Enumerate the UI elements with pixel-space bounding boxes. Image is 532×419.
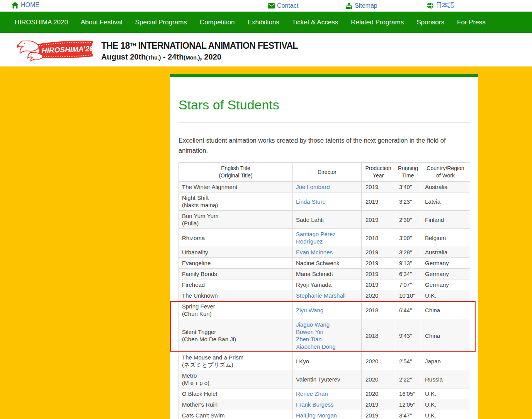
sitemap-link[interactable]: Sitemap (346, 2, 427, 10)
work-title-cell: Spring Fever(Chun Kun) (179, 301, 293, 319)
language-link[interactable]: 日本語 (427, 2, 454, 10)
running-time: 2'22" (395, 370, 421, 388)
work-title: Spring Fever (182, 303, 289, 310)
work-original-title: (Chen Mo De Ban Ji) (182, 336, 289, 343)
table-row: The Mouse and a Prism(ネズミとプリズム)I Kyo2020… (179, 352, 470, 370)
work-title-cell: Firehead (179, 279, 293, 290)
table-row: O Black Hole!Renee Zhan202016'05"U.K. (179, 388, 470, 399)
nav-item-competition[interactable]: Competition (200, 19, 235, 26)
work-title-cell: Rhizoma (179, 229, 293, 247)
running-time: 7'07" (395, 279, 421, 290)
table-row: UrbanalityEvan McInnes20193'28"Australia (179, 247, 470, 258)
globe-icon (427, 2, 433, 9)
work-title: The Mouse and a Prism (182, 354, 289, 361)
work-title: Metro (182, 372, 289, 379)
work-title: Night Shift (182, 194, 289, 201)
contact-link[interactable]: Contact (268, 2, 346, 10)
running-time: 3'23" (395, 192, 421, 211)
work-title-cell: Bun Yum Yum(Pulla) (179, 211, 293, 229)
production-year: 2020 (362, 352, 395, 370)
director-cell: Valentin Tyuterev (293, 370, 362, 388)
director-link[interactable]: Zhen Tian (296, 336, 358, 343)
table-row: Bun Yum Yum(Pulla)Sade Lahti20192'30"Fin… (179, 211, 470, 229)
director-name: Valentin Tyuterev (296, 376, 358, 383)
director-link[interactable]: Renee Zhan (296, 390, 358, 397)
production-year: 2020 (362, 370, 395, 388)
home-link[interactable]: HOME (12, 2, 39, 9)
director-link[interactable]: HaiLing Morgan (296, 412, 358, 419)
production-year: 2019 (362, 247, 395, 258)
director-cell: HaiLing Morgan (293, 410, 362, 419)
column-header: Director (293, 163, 362, 182)
page-description: Excellent student animation works create… (178, 135, 461, 155)
content-card: Stars of Students Excellent student anim… (170, 74, 478, 419)
director-link[interactable]: Frank Burgess (296, 401, 358, 408)
director-cell: Evan McInnes (293, 247, 362, 258)
country: China (421, 301, 470, 319)
work-title-cell: The Winter Alignment (179, 182, 293, 192)
production-year: 2019 (362, 182, 395, 192)
director-cell: Joe Lombard (293, 182, 362, 192)
nav-item-sponsors[interactable]: Sponsors (416, 19, 444, 26)
work-title: The Unknown (182, 292, 289, 299)
home-icon (12, 2, 19, 9)
production-year: 2018 (362, 229, 395, 247)
nav-item-exhibitions[interactable]: Exhibitions (248, 19, 279, 26)
director-cell: Sade Lahti (293, 211, 362, 229)
country: Germany (421, 258, 470, 269)
work-original-title: (Chun Kun) (182, 310, 289, 317)
table-row: EvangelineNadine Schwenk20199'13"Germany (179, 258, 470, 269)
director-link[interactable]: Stephanie Marshall (296, 292, 358, 299)
work-original-title: (Pulla) (182, 220, 289, 227)
director-cell: Maria Schmidt (293, 269, 362, 279)
production-year: 2019 (362, 279, 395, 290)
work-title: Silent Trigger (182, 328, 289, 336)
content-area: Stars of Students Excellent student anim… (0, 66, 532, 419)
work-title: Evangeline (182, 259, 289, 267)
director-cell: Nadine Schwenk (293, 258, 362, 269)
director-link[interactable]: Jiaguo Wang (296, 321, 358, 328)
table-row: Metro(М е т р о)Valentin Tyuterev20202'2… (179, 370, 470, 388)
work-title: Urbanality (182, 249, 289, 256)
nav-item-special-programs[interactable]: Special Programs (135, 19, 187, 26)
director-link[interactable]: Evan McInnes (296, 249, 358, 256)
running-time: 3'40" (395, 182, 421, 192)
director-link[interactable]: Linda Stūre (296, 198, 358, 205)
production-year: 2019 (362, 211, 395, 229)
running-time: 2'30" (395, 211, 421, 229)
table-header-row: English Title (Original Title)DirectorPr… (179, 163, 470, 182)
title-divider (178, 123, 470, 123)
nav-item-about-festival[interactable]: About Festival (81, 19, 122, 26)
running-time: 9'13" (395, 258, 421, 269)
country: Germany (421, 279, 470, 290)
nav-item-hiroshima-2020[interactable]: HIROSHIMA 2020 (15, 19, 68, 26)
work-title-cell: The Unknown (179, 290, 293, 301)
utility-links: Contact Sitemap 日本語 (268, 2, 454, 10)
production-year: 2018 (362, 301, 395, 319)
director-name: Nadine Schwenk (296, 259, 358, 267)
director-link[interactable]: Joe Lombard (296, 183, 358, 191)
director-cell: Linda Stūre (293, 192, 362, 211)
director-link[interactable]: Xiaochen Dong (296, 343, 358, 350)
nav-item-for-press[interactable]: For Press (457, 19, 486, 26)
work-title: Firehead (182, 281, 289, 288)
director-link[interactable]: Santiago Pérez Rodríguez (296, 230, 358, 245)
table-row: FireheadRyoji Yamada20197'07"Germany (179, 279, 470, 290)
column-header: Production Year (362, 163, 395, 182)
director-cell: Santiago Pérez Rodríguez (293, 229, 362, 247)
director-name: I Kyo (296, 358, 358, 365)
nav-item-ticket-access[interactable]: Ticket & Access (292, 19, 338, 26)
work-title-cell: O Black Hole! (179, 388, 293, 399)
director-link[interactable]: Ziyu Wang (296, 307, 358, 314)
table-row: Night Shift(Nakts mainą)Linda Stūre20193… (179, 192, 470, 211)
work-title-cell: The Mouse and a Prism(ネズミとプリズム) (179, 352, 293, 370)
running-time: 10'10" (395, 290, 421, 301)
nav-item-related-programs[interactable]: Related Programs (351, 19, 404, 26)
work-title-cell: Evangeline (179, 258, 293, 269)
table-row: Family BondsMaria Schmidt20196'34"German… (179, 269, 470, 279)
mail-icon (268, 3, 275, 9)
column-header: English Title (Original Title) (179, 163, 293, 182)
country: Belgium (421, 229, 470, 247)
work-title: Rhizoma (182, 234, 289, 242)
director-link[interactable]: Bowen Yin (296, 328, 358, 336)
